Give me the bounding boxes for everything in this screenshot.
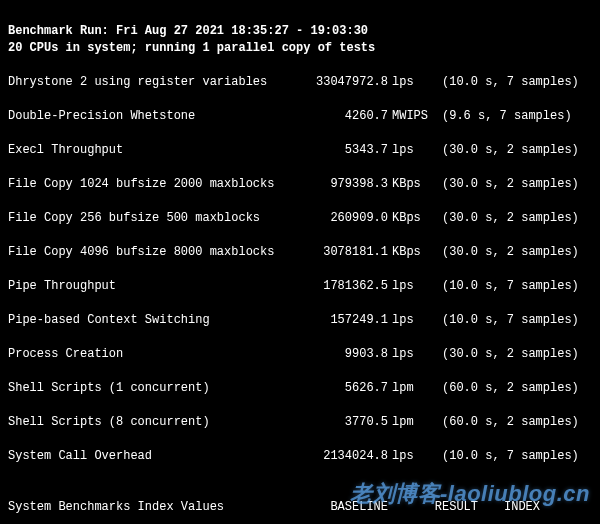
blank-line (8, 57, 592, 74)
test-timing: (10.0 s, 7 samples) (434, 278, 592, 295)
test-timing: (30.0 s, 2 samples) (434, 176, 592, 193)
throughput-row: System Call Overhead2134024.8lps(10.0 s,… (8, 448, 592, 465)
throughput-row: File Copy 4096 bufsize 8000 maxblocks307… (8, 244, 592, 261)
test-name: Execl Throughput (8, 142, 308, 159)
test-timing: (9.6 s, 7 samples) (434, 108, 592, 125)
test-timing: (60.0 s, 2 samples) (434, 380, 592, 397)
blank-line (8, 482, 592, 499)
throughput-row: Process Creation9903.8lps(30.0 s, 2 samp… (8, 346, 592, 363)
test-name: Process Creation (8, 346, 308, 363)
throughput-row: File Copy 1024 bufsize 2000 maxblocks979… (8, 176, 592, 193)
test-timing: (10.0 s, 7 samples) (434, 312, 592, 329)
test-unit: lps (388, 448, 434, 465)
test-unit: lps (388, 74, 434, 91)
test-value: 3078181.1 (308, 244, 388, 261)
throughput-block: Dhrystone 2 using register variables3304… (8, 74, 592, 482)
test-timing: (60.0 s, 2 samples) (434, 414, 592, 431)
test-unit: KBps (388, 244, 434, 261)
test-value: 1781362.5 (308, 278, 388, 295)
test-unit: lps (388, 346, 434, 363)
test-timing: (10.0 s, 7 samples) (434, 448, 592, 465)
benchmark-run-line: Benchmark Run: Fri Aug 27 2021 18:35:27 … (8, 24, 368, 38)
test-value: 3770.5 (308, 414, 388, 431)
col-result: RESULT (388, 499, 478, 516)
test-unit: lpm (388, 414, 434, 431)
terminal-output: Benchmark Run: Fri Aug 27 2021 18:35:27 … (0, 0, 600, 524)
test-unit: lpm (388, 380, 434, 397)
throughput-row: Shell Scripts (1 concurrent)5626.7lpm(60… (8, 380, 592, 397)
test-name: Pipe Throughput (8, 278, 308, 295)
throughput-row: Dhrystone 2 using register variables3304… (8, 74, 592, 91)
throughput-row: Pipe-based Context Switching157249.1lps(… (8, 312, 592, 329)
throughput-row: Shell Scripts (8 concurrent)3770.5lpm(60… (8, 414, 592, 431)
test-unit: lps (388, 278, 434, 295)
index-title: System Benchmarks Index Values (8, 499, 308, 516)
test-name: Pipe-based Context Switching (8, 312, 308, 329)
test-value: 5626.7 (308, 380, 388, 397)
test-unit: KBps (388, 210, 434, 227)
test-name: Shell Scripts (8 concurrent) (8, 414, 308, 431)
col-baseline: BASELINE (308, 499, 388, 516)
throughput-row: File Copy 256 bufsize 500 maxblocks26090… (8, 210, 592, 227)
test-timing: (10.0 s, 7 samples) (434, 74, 592, 91)
test-name: File Copy 4096 bufsize 8000 maxblocks (8, 244, 308, 261)
test-value: 5343.7 (308, 142, 388, 159)
throughput-row: Double-Precision Whetstone4260.7MWIPS(9.… (8, 108, 592, 125)
test-unit: MWIPS (388, 108, 434, 125)
test-value: 9903.8 (308, 346, 388, 363)
throughput-row: Execl Throughput5343.7lps(30.0 s, 2 samp… (8, 142, 592, 159)
test-value: 4260.7 (308, 108, 388, 125)
test-name: Shell Scripts (1 concurrent) (8, 380, 308, 397)
test-value: 33047972.8 (308, 74, 388, 91)
cpu-info-line: 20 CPUs in system; running 1 parallel co… (8, 41, 375, 55)
test-name: Dhrystone 2 using register variables (8, 74, 308, 91)
test-unit: lps (388, 312, 434, 329)
test-name: System Call Overhead (8, 448, 308, 465)
test-value: 979398.3 (308, 176, 388, 193)
throughput-row: Pipe Throughput1781362.5lps(10.0 s, 7 sa… (8, 278, 592, 295)
test-name: Double-Precision Whetstone (8, 108, 308, 125)
col-index: INDEX (478, 499, 540, 516)
test-timing: (30.0 s, 2 samples) (434, 210, 592, 227)
test-value: 157249.1 (308, 312, 388, 329)
test-timing: (30.0 s, 2 samples) (434, 346, 592, 363)
test-name: File Copy 256 bufsize 500 maxblocks (8, 210, 308, 227)
test-value: 2134024.8 (308, 448, 388, 465)
test-unit: lps (388, 142, 434, 159)
index-header-row: System Benchmarks Index ValuesBASELINERE… (8, 499, 592, 516)
test-name: File Copy 1024 bufsize 2000 maxblocks (8, 176, 308, 193)
test-unit: KBps (388, 176, 434, 193)
test-value: 260909.0 (308, 210, 388, 227)
test-timing: (30.0 s, 2 samples) (434, 142, 592, 159)
test-timing: (30.0 s, 2 samples) (434, 244, 592, 261)
